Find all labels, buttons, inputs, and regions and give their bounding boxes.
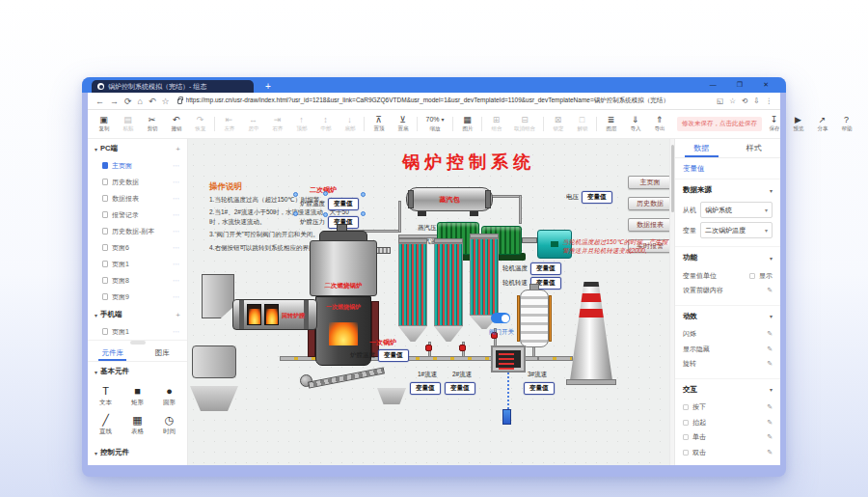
- primary-boiler-label[interactable]: 一次锅炉: [369, 338, 396, 347]
- pipe[interactable]: [491, 195, 522, 198]
- share-button[interactable]: ↗分享: [810, 115, 834, 133]
- valve-icon[interactable]: [459, 345, 466, 351]
- checkbox-icon[interactable]: [683, 434, 689, 440]
- edit-pencil-icon[interactable]: ✎: [767, 345, 773, 353]
- furnace-pressure-readout[interactable]: 炉膛压力 变量值: [300, 216, 359, 229]
- alarm-note[interactable]: 当轮机温度超过150℃的时候，产生报警推送并且轮机转速变成2000,: [562, 237, 669, 255]
- sidebar-page-report[interactable]: 数据报表⋯: [88, 190, 187, 207]
- scrubber-tank[interactable]: [520, 290, 549, 347]
- help-button[interactable]: ?帮助: [834, 115, 858, 133]
- star-icon[interactable]: ☆: [162, 97, 170, 106]
- scada-nav-report-button[interactable]: 数据报表: [628, 218, 669, 232]
- sidebar-page-alarm[interactable]: 报警记录⋯: [88, 207, 187, 223]
- send-back-button[interactable]: ⊻置底: [391, 115, 415, 133]
- align-top-button[interactable]: ↑顶部: [289, 115, 313, 133]
- checkbox-icon[interactable]: [683, 420, 689, 426]
- more-icon[interactable]: ⋯: [173, 244, 180, 252]
- edit-pencil-icon[interactable]: ✎: [767, 403, 773, 411]
- download-icon[interactable]: ⇩: [753, 97, 759, 105]
- bookmark-icon[interactable]: ☆: [729, 97, 736, 105]
- scada-nav-home-button[interactable]: 主页面: [628, 176, 669, 189]
- pipe-to-stack[interactable]: [538, 356, 573, 361]
- align-bottom-button[interactable]: ↓底部: [338, 115, 362, 133]
- paste-button[interactable]: ▤粘贴: [116, 115, 140, 133]
- value-box[interactable]: 变量值: [582, 191, 612, 204]
- value-box[interactable]: 变量值: [378, 349, 409, 362]
- value-box[interactable]: 变量值: [524, 382, 555, 395]
- add-page-icon[interactable]: +: [176, 311, 180, 319]
- checkbox-icon[interactable]: [749, 273, 755, 279]
- import-button[interactable]: ⇓导入: [623, 115, 647, 133]
- align-left-button[interactable]: ⇤左齐: [217, 115, 241, 133]
- element-rect[interactable]: ■矩形: [122, 385, 153, 407]
- redo-button[interactable]: ↷恢复: [188, 115, 212, 133]
- interactions-header[interactable]: 交互▾: [683, 382, 773, 398]
- image-button[interactable]: ▦图片: [455, 115, 479, 133]
- align-right-button[interactable]: ⇥右齐: [265, 115, 289, 133]
- flow3-label[interactable]: 3#流速: [528, 371, 547, 379]
- pipe[interactable]: [398, 201, 401, 233]
- design-canvas[interactable]: 锅炉控制系统 主页面 历史数据 数据报表 实时报警 操作说明 1.当轮机温度过高…: [188, 139, 669, 465]
- valve-icon[interactable]: [425, 345, 432, 351]
- edit-pencil-icon[interactable]: ✎: [767, 287, 773, 294]
- cut-button[interactable]: ✂剪切: [140, 115, 164, 133]
- tab-gallery[interactable]: 图库: [138, 345, 188, 361]
- browser-tab[interactable]: 锅炉控制系统模拟（完结）- 组态: [92, 80, 254, 93]
- heat-exchanger-1[interactable]: [398, 243, 427, 326]
- minimize-button[interactable]: —: [710, 77, 717, 93]
- sidebar-page-home[interactable]: 主页面⋯: [88, 157, 187, 174]
- edit-pencil-icon[interactable]: ✎: [767, 330, 773, 338]
- slave-select[interactable]: 锅炉系统▾: [700, 202, 773, 218]
- more-icon[interactable]: ⋯: [173, 162, 180, 170]
- undo-button[interactable]: ↶撤销: [164, 115, 188, 133]
- control-cabinet[interactable]: [491, 345, 526, 373]
- more-icon[interactable]: ⋯: [173, 211, 180, 219]
- tab-data[interactable]: 数据: [675, 139, 728, 157]
- value-box[interactable]: 变量值: [445, 382, 475, 395]
- lock-button[interactable]: ⊠锁定: [546, 115, 570, 133]
- bring-front-button[interactable]: ⊼置顶: [366, 115, 391, 133]
- voltage-readout[interactable]: 电压 变量值: [566, 191, 612, 204]
- primary-furnace-temp-readout[interactable]: 炉膛温度 变量值: [350, 349, 409, 362]
- menu-icon[interactable]: ⋮: [766, 97, 773, 105]
- element-text[interactable]: T文本: [90, 385, 122, 407]
- flow2-label[interactable]: 2#流速: [452, 371, 472, 379]
- align-center-button[interactable]: ↔居中: [241, 115, 265, 133]
- refresh-icon[interactable]: ⟳: [124, 97, 132, 106]
- screw-conveyor[interactable]: [308, 367, 385, 388]
- edit-pencil-icon[interactable]: ✎: [767, 419, 773, 427]
- ungroup-button[interactable]: ⊟取消组合: [508, 115, 541, 133]
- export-button[interactable]: ⇑导出: [647, 115, 671, 133]
- chimney[interactable]: [570, 282, 612, 380]
- selection-handle[interactable]: [293, 192, 298, 197]
- value-box[interactable]: 变量值: [410, 382, 441, 395]
- more-icon[interactable]: ⋯: [173, 195, 180, 203]
- ash-vessel[interactable]: [192, 345, 236, 378]
- edit-pencil-icon[interactable]: ✎: [767, 433, 773, 441]
- discharge-hopper[interactable]: [377, 388, 406, 404]
- more-icon[interactable]: ⋯: [173, 328, 180, 336]
- sidebar-page-6[interactable]: 页面6⋯: [88, 239, 187, 256]
- steam-drum[interactable]: 蒸汽包: [406, 187, 493, 211]
- section-mobile[interactable]: ▾手机端+: [88, 305, 187, 323]
- copy-button[interactable]: ▣复制: [92, 115, 116, 133]
- more-icon[interactable]: ⋯: [173, 179, 180, 186]
- furnace-temp-readout-selected[interactable]: 炉膛温度 变量值: [300, 198, 359, 210]
- section-basic-elements[interactable]: ▾基本元件: [88, 362, 187, 380]
- edit-pencil-icon[interactable]: ✎: [767, 360, 773, 368]
- pipe[interactable]: [519, 195, 522, 224]
- sidebar-page-9[interactable]: 页面9⋯: [88, 289, 187, 305]
- card-icon[interactable]: ◱: [717, 97, 723, 105]
- ash-bin[interactable]: [190, 386, 238, 411]
- forward-icon[interactable]: →: [110, 97, 119, 106]
- maximize-button[interactable]: ❐: [737, 77, 743, 93]
- heat-exchanger-2[interactable]: [434, 243, 463, 326]
- variable-select[interactable]: 二次锅炉温度▾: [700, 222, 773, 238]
- checkbox-icon[interactable]: [683, 404, 689, 410]
- scrollbar-thumb[interactable]: [671, 145, 674, 212]
- selection-handle[interactable]: [361, 192, 366, 197]
- unlock-button[interactable]: □解锁: [570, 115, 594, 133]
- element-circle[interactable]: ●圆形: [153, 385, 185, 407]
- add-page-icon[interactable]: +: [176, 145, 180, 153]
- checkbox-icon[interactable]: [683, 450, 689, 456]
